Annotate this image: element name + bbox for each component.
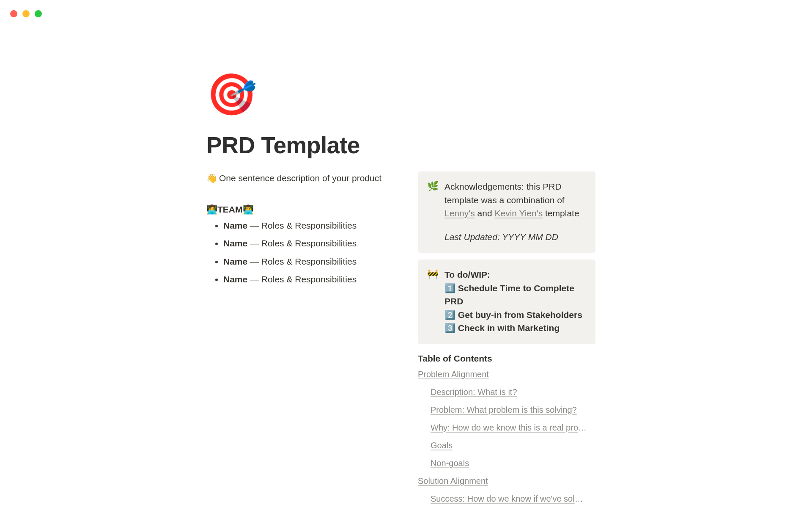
toc-heading: Table of Contents	[418, 353, 595, 364]
team-heading-label: TEAM	[217, 204, 243, 214]
team-member-name: Name	[223, 221, 247, 230]
ack-text-1: Acknowledgements: this PRD template was …	[444, 182, 565, 205]
ack-link-kevin[interactable]: Kevin Yien's	[494, 208, 543, 218]
todo-item-1: 1️⃣ Schedule Time to Complete PRD	[444, 282, 586, 308]
team-member-name: Name	[223, 257, 247, 266]
toc-link-goals[interactable]: Goals	[431, 441, 453, 450]
toc-entry: Solution Alignment	[418, 476, 595, 488]
tech-woman-icon: 👩‍💻	[206, 204, 217, 214]
toc-entry: Description: What is it?	[431, 387, 595, 399]
toc-link-solution-alignment[interactable]: Solution Alignment	[418, 476, 488, 486]
toc-entry: Why: How do we know this is a real probl…	[431, 423, 595, 435]
close-window-button[interactable]	[10, 10, 17, 17]
window-controls	[10, 10, 42, 17]
todo-body: To do/WIP: 1️⃣ Schedule Time to Complete…	[444, 268, 586, 335]
team-member-role: — Roles & Responsibilities	[247, 221, 357, 230]
toc-entry: Non-goals	[431, 458, 595, 470]
team-heading[interactable]: 👩‍💻TEAM👨‍💻	[206, 204, 405, 215]
table-of-contents: Problem Alignment Description: What is i…	[418, 370, 595, 506]
ack-text-2: and	[475, 208, 495, 218]
page-title[interactable]: PRD Template	[206, 132, 595, 159]
toc-link-description[interactable]: Description: What is it?	[431, 387, 517, 397]
ack-text-3: template	[543, 208, 579, 218]
todo-title: To do/WIP:	[444, 270, 490, 279]
toc-entry: Problem Alignment	[418, 370, 595, 381]
toc-link-success[interactable]: Success: How do we know if we've solved …	[431, 494, 587, 504]
toc-entry: Problem: What problem is this solving?	[431, 405, 595, 417]
acknowledgements-body: Acknowledgements: this PRD template was …	[444, 180, 586, 243]
left-column: 👋One sentence description of your produc…	[206, 171, 405, 291]
todo-item-2: 2️⃣ Get buy-in from Stakeholders	[444, 308, 586, 322]
team-member-name: Name	[223, 238, 247, 248]
toc-link-why[interactable]: Why: How do we know this is a real probl…	[431, 423, 587, 433]
tech-man-icon: 👨‍💻	[243, 204, 254, 214]
toc-link-non-goals[interactable]: Non-goals	[431, 458, 469, 468]
wave-icon: 👋	[206, 173, 217, 183]
zoom-window-button[interactable]	[35, 10, 42, 17]
toc-link-problem[interactable]: Problem: What problem is this solving?	[431, 405, 577, 415]
page-icon[interactable]: 🎯	[206, 74, 595, 115]
construction-icon: 🚧	[427, 268, 439, 335]
ack-link-lenny[interactable]: Lenny's	[444, 208, 475, 218]
herb-icon: 🌿	[427, 180, 439, 243]
intro-text: One sentence description of your product	[219, 173, 381, 183]
team-member[interactable]: Name — Roles & Responsibilities	[223, 237, 405, 251]
team-member[interactable]: Name — Roles & Responsibilities	[223, 273, 405, 287]
team-member[interactable]: Name — Roles & Responsibilities	[223, 255, 405, 269]
todo-callout[interactable]: 🚧 To do/WIP: 1️⃣ Schedule Time to Comple…	[418, 260, 595, 344]
minimize-window-button[interactable]	[22, 10, 30, 17]
team-member-role: — Roles & Responsibilities	[247, 257, 357, 266]
document-page: 🎯 PRD Template 👋One sentence description…	[206, 74, 595, 508]
todo-item-3: 3️⃣ Check in with Marketing	[444, 321, 586, 335]
intro-line[interactable]: 👋One sentence description of your produc…	[206, 171, 405, 185]
last-updated: Last Updated: YYYY MM DD	[444, 230, 586, 244]
toc-entry: Goals	[431, 441, 595, 453]
team-list: Name — Roles & Responsibilities Name — R…	[206, 219, 405, 287]
team-member[interactable]: Name — Roles & Responsibilities	[223, 219, 405, 233]
team-member-role: — Roles & Responsibilities	[247, 238, 357, 248]
toc-link-problem-alignment[interactable]: Problem Alignment	[418, 370, 489, 379]
team-member-role: — Roles & Responsibilities	[247, 274, 357, 284]
acknowledgements-callout[interactable]: 🌿 Acknowledgements: this PRD template wa…	[418, 171, 595, 253]
team-member-name: Name	[223, 274, 247, 284]
toc-entry: Success: How do we know if we've solved …	[431, 494, 595, 506]
right-column: 🌿 Acknowledgements: this PRD template wa…	[418, 171, 595, 508]
